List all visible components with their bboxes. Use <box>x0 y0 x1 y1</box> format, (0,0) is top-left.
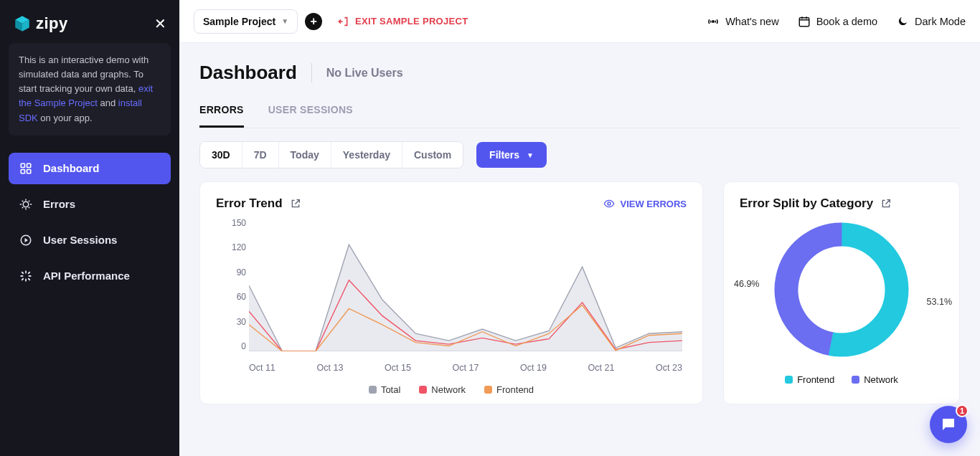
add-project-button[interactable]: + <box>305 13 322 30</box>
svg-marker-9 <box>25 238 29 242</box>
svg-point-10 <box>712 20 714 22</box>
close-icon[interactable]: ✕ <box>154 15 166 32</box>
range-7d[interactable]: 7D <box>242 142 279 168</box>
open-external-icon[interactable] <box>880 198 892 209</box>
view-errors-link[interactable]: VIEW ERRORS <box>603 198 687 209</box>
topbar: Sample Project ▼ + EXIT SAMPLE PROJECT W… <box>179 0 980 43</box>
chat-icon <box>940 416 957 433</box>
spinner-icon <box>19 269 33 283</box>
svg-rect-4 <box>27 163 31 167</box>
svg-point-7 <box>23 201 29 207</box>
svg-rect-6 <box>27 169 31 173</box>
broadcast-icon <box>707 15 720 28</box>
sidebar-item-label: User Sessions <box>43 234 117 246</box>
sidebar-item-label: API Performance <box>43 270 130 282</box>
chevron-down-icon: ▼ <box>281 17 288 25</box>
chat-badge: 1 <box>956 404 969 417</box>
card-error-split: Error Split by Category 46.9% 53.1% Fron… <box>723 181 960 404</box>
tab-user-sessions[interactable]: USER SESSIONS <box>268 104 353 128</box>
range-yesterday[interactable]: Yesterday <box>331 142 402 168</box>
card-title: Error Trend <box>216 196 283 211</box>
svg-rect-5 <box>21 169 24 173</box>
chevron-down-icon: ▼ <box>527 151 534 159</box>
project-select[interactable]: Sample Project ▼ <box>194 9 298 34</box>
legend-frontend: Frontend <box>785 374 834 385</box>
bug-icon <box>19 197 33 212</box>
moon-icon <box>896 15 909 28</box>
tab-errors[interactable]: ERRORS <box>199 104 244 128</box>
open-external-icon[interactable] <box>290 198 301 209</box>
sidebar-item-errors[interactable]: Errors <box>9 189 171 220</box>
sidebar-item-dashboard[interactable]: Dashboard <box>9 153 171 184</box>
card-error-trend: Error Trend VIEW ERRORS 1501209060300 Oc… <box>199 181 703 404</box>
sidebar-item-api-performance[interactable]: API Performance <box>9 260 171 292</box>
time-range-segmented: 30D 7D Today Yesterday Custom <box>199 141 463 168</box>
eye-icon <box>603 198 615 209</box>
nav-list: Dashboard Errors User Sessions API Perfo… <box>9 153 171 292</box>
range-30d[interactable]: 30D <box>200 142 242 168</box>
legend-network: Network <box>852 374 898 385</box>
donut-left-label: 46.9% <box>734 279 759 289</box>
demo-note-text: This is an interactive demo with simulat… <box>19 54 149 94</box>
range-today[interactable]: Today <box>279 142 331 168</box>
brand-name: zipy <box>36 14 68 33</box>
range-custom[interactable]: Custom <box>402 142 463 168</box>
svg-rect-11 <box>799 17 809 26</box>
donut-right-label: 53.1% <box>927 297 952 307</box>
sidebar-item-user-sessions[interactable]: User Sessions <box>9 224 171 256</box>
demo-note: This is an interactive demo with simulat… <box>9 43 171 136</box>
project-name: Sample Project <box>203 16 275 27</box>
whats-new-link[interactable]: What's new <box>707 15 779 28</box>
sidebar: zipy ✕ This is an interactive demo with … <box>0 0 179 456</box>
sidebar-item-label: Dashboard <box>43 162 99 174</box>
sidebar-item-label: Errors <box>43 198 75 210</box>
svg-point-12 <box>608 202 611 205</box>
card-title: Error Split by Category <box>740 196 873 211</box>
divider <box>311 63 312 83</box>
chat-button[interactable]: 1 <box>930 406 967 443</box>
page-title: Dashboard <box>199 62 297 84</box>
live-users: No Live Users <box>326 67 403 80</box>
calendar-icon <box>798 15 811 28</box>
error-trend-chart: 1501209060300 Oct 11Oct 13Oct 15Oct 17Oc… <box>216 215 687 380</box>
error-split-donut <box>763 211 920 369</box>
exit-sample-button[interactable]: EXIT SAMPLE PROJECT <box>338 16 468 27</box>
dashboard-icon <box>19 161 33 176</box>
brand-logo[interactable]: zipy <box>13 14 68 33</box>
filters-button[interactable]: Filters ▼ <box>476 142 547 168</box>
dark-mode-toggle[interactable]: Dark Mode <box>896 15 966 28</box>
svg-rect-3 <box>21 163 24 167</box>
cube-icon <box>13 14 32 33</box>
exit-sample-label: EXIT SAMPLE PROJECT <box>355 16 468 27</box>
book-demo-link[interactable]: Book a demo <box>798 15 877 28</box>
play-circle-icon <box>19 233 33 247</box>
exit-icon <box>338 16 349 27</box>
